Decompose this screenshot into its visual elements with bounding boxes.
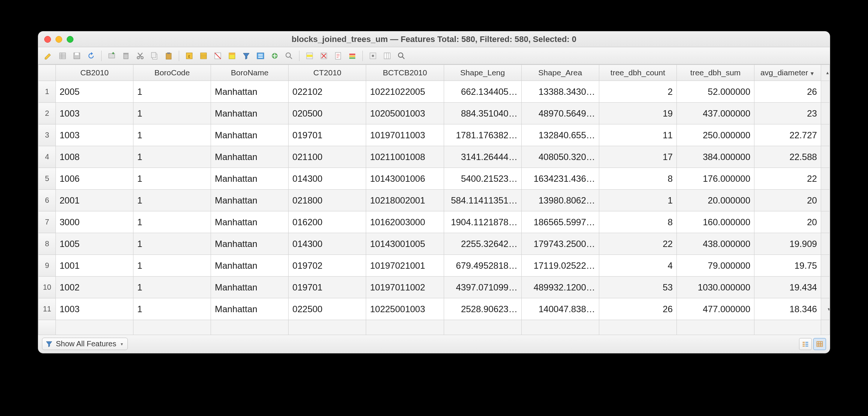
field-calc-button[interactable]: ε xyxy=(183,49,196,62)
row-number[interactable]: 3 xyxy=(39,124,56,146)
cell[interactable]: Manhattan xyxy=(211,146,289,168)
column-header-avg_diameter[interactable]: avg_diameter xyxy=(754,65,821,81)
corner-cell[interactable] xyxy=(39,65,56,81)
cell[interactable]: 020500 xyxy=(289,103,366,124)
cell[interactable]: 22.588 xyxy=(754,146,821,168)
organize-columns-button[interactable] xyxy=(381,49,394,62)
cell[interactable]: 1 xyxy=(133,190,211,211)
cell[interactable]: 2001 xyxy=(56,190,133,211)
cell[interactable]: 176.000000 xyxy=(676,168,754,190)
row-number[interactable]: 6 xyxy=(39,190,56,211)
paste-button[interactable] xyxy=(162,49,175,62)
cell[interactable]: 23 xyxy=(754,103,821,124)
cell[interactable]: 10197011002 xyxy=(366,277,444,298)
table-view-button[interactable] xyxy=(813,338,826,350)
cell[interactable]: 016200 xyxy=(289,211,366,233)
scrollbar-track[interactable] xyxy=(821,190,829,211)
form-view-button[interactable] xyxy=(254,49,267,62)
deselect-button[interactable] xyxy=(317,49,330,62)
cell[interactable]: 1781.176382… xyxy=(444,124,521,146)
table-row[interactable]: 1010021Manhattan019701101970110024397.07… xyxy=(39,277,830,298)
table-row[interactable]: 910011Manhattan01970210197021001679.4952… xyxy=(39,255,830,277)
cell[interactable]: 437.000000 xyxy=(676,103,754,124)
cell[interactable]: 10211001008 xyxy=(366,146,444,168)
cell[interactable]: 1 xyxy=(133,277,211,298)
scrollbar-track[interactable] xyxy=(821,124,829,146)
cell[interactable]: 1 xyxy=(133,255,211,277)
save-button[interactable] xyxy=(70,49,83,62)
cell[interactable]: Manhattan xyxy=(211,124,289,146)
cell[interactable]: 2255.32642… xyxy=(444,233,521,255)
minimize-icon[interactable] xyxy=(55,36,62,43)
cell[interactable]: 1 xyxy=(133,298,211,320)
table-row[interactable]: 210031Manhattan02050010205001003884.3510… xyxy=(39,103,830,124)
scrollbar-track[interactable] xyxy=(821,103,829,124)
table-row[interactable]: 810051Manhattan014300101430010052255.326… xyxy=(39,233,830,255)
cell[interactable]: 26 xyxy=(599,298,676,320)
cell[interactable]: 10225001003 xyxy=(366,298,444,320)
scroll-up-icon[interactable]: ▲ xyxy=(821,65,829,81)
cell[interactable]: 1003 xyxy=(56,103,133,124)
cell[interactable]: 019701 xyxy=(289,124,366,146)
cell[interactable]: Manhattan xyxy=(211,103,289,124)
row-number[interactable]: 7 xyxy=(39,211,56,233)
cell[interactable]: Manhattan xyxy=(211,298,289,320)
cut-button[interactable] xyxy=(134,49,147,62)
actions-button[interactable] xyxy=(367,49,379,62)
cell[interactable]: 438.000000 xyxy=(676,233,754,255)
cell[interactable]: 384.000000 xyxy=(676,146,754,168)
cell[interactable]: Manhattan xyxy=(211,255,289,277)
table-row[interactable]: 410081Manhattan021100102110010083141.264… xyxy=(39,146,830,168)
highlight-button[interactable] xyxy=(303,49,316,62)
delete-button[interactable] xyxy=(120,49,132,62)
edit-pencil-button[interactable] xyxy=(42,49,55,62)
new-row-button[interactable] xyxy=(105,49,118,62)
cell[interactable]: 022500 xyxy=(289,298,366,320)
cell[interactable]: 2005 xyxy=(56,81,133,103)
cell[interactable]: 18.346 xyxy=(754,298,821,320)
cell[interactable]: 79.000000 xyxy=(676,255,754,277)
cell[interactable]: 1002 xyxy=(56,277,133,298)
table-row[interactable]: 510061Manhattan014300101430010065400.215… xyxy=(39,168,830,190)
cell[interactable]: Manhattan xyxy=(211,81,289,103)
cell[interactable]: 20 xyxy=(754,211,821,233)
cell[interactable]: 679.4952818… xyxy=(444,255,521,277)
cell[interactable]: 48970.5649… xyxy=(521,103,599,124)
cell[interactable]: 489932.1200… xyxy=(521,277,599,298)
row-number[interactable]: 11 xyxy=(39,298,56,320)
cell[interactable]: 4 xyxy=(599,255,676,277)
cell[interactable]: 477.000000 xyxy=(676,298,754,320)
column-header-tree_dbh_sum[interactable]: tree_dbh_sum xyxy=(676,65,754,81)
attribute-table[interactable]: CB2010BoroCodeBoroNameCT2010BCTCB2010Sha… xyxy=(38,64,830,335)
cell[interactable]: 884.351040… xyxy=(444,103,521,124)
column-header-BoroName[interactable]: BoroName xyxy=(211,65,289,81)
row-number[interactable]: 5 xyxy=(39,168,56,190)
row-number[interactable]: 8 xyxy=(39,233,56,255)
row-number[interactable]: 2 xyxy=(39,103,56,124)
cell[interactable]: 22 xyxy=(754,168,821,190)
scrollbar-track[interactable] xyxy=(821,146,829,168)
cell[interactable]: Manhattan xyxy=(211,233,289,255)
table-row[interactable]: 730001Manhattan016200101620030001904.112… xyxy=(39,211,830,233)
cell[interactable]: 186565.5997… xyxy=(521,211,599,233)
cell[interactable]: 10205001003 xyxy=(366,103,444,124)
table-row[interactable]: 1110031Manhattan022500102250010032528.90… xyxy=(39,298,830,320)
cell[interactable]: Manhattan xyxy=(211,211,289,233)
cell[interactable]: 1 xyxy=(133,211,211,233)
cell[interactable]: 10162003000 xyxy=(366,211,444,233)
cell[interactable]: 8 xyxy=(599,168,676,190)
cell[interactable]: 19.434 xyxy=(754,277,821,298)
cell[interactable]: 1904.1121878… xyxy=(444,211,521,233)
cell[interactable]: 1003 xyxy=(56,124,133,146)
cell[interactable]: 1008 xyxy=(56,146,133,168)
cell[interactable]: 1 xyxy=(133,103,211,124)
column-header-tree_dbh_count[interactable]: tree_dbh_count xyxy=(599,65,676,81)
cell[interactable]: 014300 xyxy=(289,168,366,190)
cell[interactable]: 019702 xyxy=(289,255,366,277)
titlebar[interactable]: blocks_joined_trees_um — Features Total:… xyxy=(38,31,830,47)
cell[interactable]: 5400.21523… xyxy=(444,168,521,190)
cell[interactable]: 17 xyxy=(599,146,676,168)
column-header-Shape_Leng[interactable]: Shape_Leng xyxy=(444,65,521,81)
cell[interactable]: 3141.26444… xyxy=(444,146,521,168)
scroll-down-icon[interactable]: ▼ xyxy=(821,298,829,320)
